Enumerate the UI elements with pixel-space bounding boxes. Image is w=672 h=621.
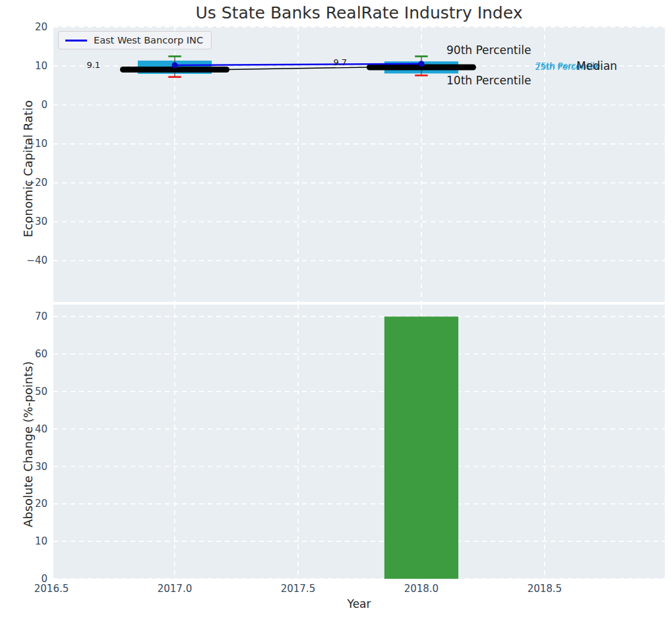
median-value-label: 9.7 <box>333 57 359 67</box>
legend: East West Bancorp INC <box>58 31 212 49</box>
x-axis-label: Year <box>53 597 665 610</box>
bottom-y-tick-label: 70 <box>1 310 47 322</box>
top-y-tick-label: −40 <box>1 254 47 266</box>
x-tick-label: 2018.5 <box>515 583 574 595</box>
x-tick-label: 2018.0 <box>392 583 451 595</box>
legend-label: East West Bancorp INC <box>94 35 203 45</box>
bottom-y-axis-label: Absolute Change (%-points) <box>21 361 35 527</box>
x-tick-label: 2016.5 <box>22 583 81 595</box>
change-bar <box>384 316 458 579</box>
company-dot <box>171 63 177 69</box>
top-y-axis-label: Economic Capital Ratio <box>21 100 35 237</box>
chart-title: Us State Banks RealRate Industry Index <box>53 3 665 22</box>
company-dot <box>418 61 424 67</box>
x-tick-label: 2017.0 <box>145 583 204 595</box>
annotation-median: Median <box>576 59 617 73</box>
bottom-y-tick-label: 10 <box>1 535 47 547</box>
top-y-tick-label: 10 <box>1 60 47 72</box>
chart-marks-layer <box>0 0 672 621</box>
annotation-10th-percentile: 10th Percentile <box>446 74 531 87</box>
x-tick-label: 2017.5 <box>268 583 328 595</box>
figure: 20100−10−20−30−407060504030201002016.520… <box>0 0 672 621</box>
top-y-tick-label: 20 <box>1 21 47 33</box>
annotation-90th-percentile: 90th Percentile <box>446 44 531 57</box>
legend-line-swatch <box>65 40 87 42</box>
median-value-label: 9.1 <box>86 60 113 70</box>
bottom-y-tick-label: 60 <box>1 348 47 360</box>
